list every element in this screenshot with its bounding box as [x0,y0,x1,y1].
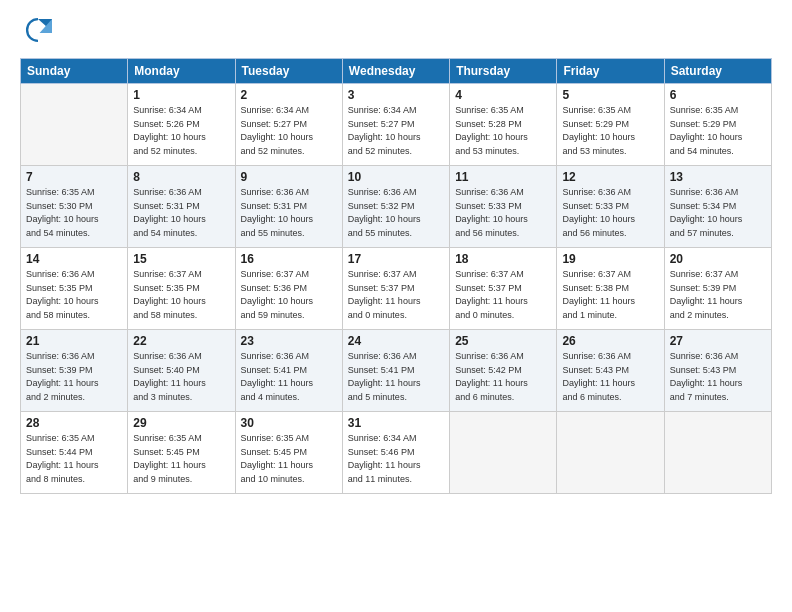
weekday-tuesday: Tuesday [235,59,342,84]
day-number: 20 [670,252,766,266]
day-cell: 2Sunrise: 6:34 AM Sunset: 5:27 PM Daylig… [235,84,342,166]
day-number: 14 [26,252,122,266]
day-info: Sunrise: 6:36 AM Sunset: 5:31 PM Dayligh… [133,186,229,240]
day-cell: 8Sunrise: 6:36 AM Sunset: 5:31 PM Daylig… [128,166,235,248]
day-cell: 4Sunrise: 6:35 AM Sunset: 5:28 PM Daylig… [450,84,557,166]
day-cell: 31Sunrise: 6:34 AM Sunset: 5:46 PM Dayli… [342,412,449,494]
day-info: Sunrise: 6:35 AM Sunset: 5:45 PM Dayligh… [241,432,337,486]
day-cell: 7Sunrise: 6:35 AM Sunset: 5:30 PM Daylig… [21,166,128,248]
day-cell: 21Sunrise: 6:36 AM Sunset: 5:39 PM Dayli… [21,330,128,412]
week-row-5: 28Sunrise: 6:35 AM Sunset: 5:44 PM Dayli… [21,412,772,494]
day-number: 5 [562,88,658,102]
day-cell: 5Sunrise: 6:35 AM Sunset: 5:29 PM Daylig… [557,84,664,166]
day-info: Sunrise: 6:37 AM Sunset: 5:38 PM Dayligh… [562,268,658,322]
day-info: Sunrise: 6:37 AM Sunset: 5:37 PM Dayligh… [348,268,444,322]
day-info: Sunrise: 6:37 AM Sunset: 5:37 PM Dayligh… [455,268,551,322]
day-info: Sunrise: 6:36 AM Sunset: 5:43 PM Dayligh… [670,350,766,404]
day-info: Sunrise: 6:36 AM Sunset: 5:43 PM Dayligh… [562,350,658,404]
weekday-saturday: Saturday [664,59,771,84]
day-cell: 13Sunrise: 6:36 AM Sunset: 5:34 PM Dayli… [664,166,771,248]
week-row-2: 7Sunrise: 6:35 AM Sunset: 5:30 PM Daylig… [21,166,772,248]
day-number: 29 [133,416,229,430]
weekday-header-row: SundayMondayTuesdayWednesdayThursdayFrid… [21,59,772,84]
day-cell: 22Sunrise: 6:36 AM Sunset: 5:40 PM Dayli… [128,330,235,412]
weekday-thursday: Thursday [450,59,557,84]
day-number: 7 [26,170,122,184]
calendar-table: SundayMondayTuesdayWednesdayThursdayFrid… [20,58,772,494]
day-number: 15 [133,252,229,266]
day-cell: 25Sunrise: 6:36 AM Sunset: 5:42 PM Dayli… [450,330,557,412]
day-info: Sunrise: 6:34 AM Sunset: 5:26 PM Dayligh… [133,104,229,158]
page: SundayMondayTuesdayWednesdayThursdayFrid… [0,0,792,612]
day-number: 11 [455,170,551,184]
day-info: Sunrise: 6:36 AM Sunset: 5:33 PM Dayligh… [562,186,658,240]
day-cell: 19Sunrise: 6:37 AM Sunset: 5:38 PM Dayli… [557,248,664,330]
day-number: 26 [562,334,658,348]
weekday-sunday: Sunday [21,59,128,84]
day-number: 19 [562,252,658,266]
day-cell: 14Sunrise: 6:36 AM Sunset: 5:35 PM Dayli… [21,248,128,330]
day-cell: 6Sunrise: 6:35 AM Sunset: 5:29 PM Daylig… [664,84,771,166]
day-cell [557,412,664,494]
day-number: 16 [241,252,337,266]
day-info: Sunrise: 6:34 AM Sunset: 5:27 PM Dayligh… [348,104,444,158]
day-info: Sunrise: 6:35 AM Sunset: 5:30 PM Dayligh… [26,186,122,240]
day-cell: 12Sunrise: 6:36 AM Sunset: 5:33 PM Dayli… [557,166,664,248]
day-cell: 29Sunrise: 6:35 AM Sunset: 5:45 PM Dayli… [128,412,235,494]
day-info: Sunrise: 6:36 AM Sunset: 5:40 PM Dayligh… [133,350,229,404]
day-cell: 11Sunrise: 6:36 AM Sunset: 5:33 PM Dayli… [450,166,557,248]
day-number: 24 [348,334,444,348]
day-info: Sunrise: 6:35 AM Sunset: 5:45 PM Dayligh… [133,432,229,486]
day-info: Sunrise: 6:34 AM Sunset: 5:46 PM Dayligh… [348,432,444,486]
logo-icon [24,16,52,44]
day-cell: 18Sunrise: 6:37 AM Sunset: 5:37 PM Dayli… [450,248,557,330]
day-cell: 24Sunrise: 6:36 AM Sunset: 5:41 PM Dayli… [342,330,449,412]
weekday-wednesday: Wednesday [342,59,449,84]
day-number: 12 [562,170,658,184]
day-number: 31 [348,416,444,430]
day-info: Sunrise: 6:36 AM Sunset: 5:41 PM Dayligh… [348,350,444,404]
week-row-4: 21Sunrise: 6:36 AM Sunset: 5:39 PM Dayli… [21,330,772,412]
day-number: 28 [26,416,122,430]
day-cell [450,412,557,494]
day-cell: 1Sunrise: 6:34 AM Sunset: 5:26 PM Daylig… [128,84,235,166]
day-info: Sunrise: 6:35 AM Sunset: 5:29 PM Dayligh… [670,104,766,158]
day-number: 10 [348,170,444,184]
day-cell: 30Sunrise: 6:35 AM Sunset: 5:45 PM Dayli… [235,412,342,494]
day-number: 27 [670,334,766,348]
day-info: Sunrise: 6:35 AM Sunset: 5:44 PM Dayligh… [26,432,122,486]
weekday-monday: Monday [128,59,235,84]
day-cell: 20Sunrise: 6:37 AM Sunset: 5:39 PM Dayli… [664,248,771,330]
day-info: Sunrise: 6:36 AM Sunset: 5:39 PM Dayligh… [26,350,122,404]
day-number: 21 [26,334,122,348]
weekday-friday: Friday [557,59,664,84]
day-number: 1 [133,88,229,102]
day-number: 3 [348,88,444,102]
day-cell: 9Sunrise: 6:36 AM Sunset: 5:31 PM Daylig… [235,166,342,248]
day-info: Sunrise: 6:37 AM Sunset: 5:35 PM Dayligh… [133,268,229,322]
day-info: Sunrise: 6:34 AM Sunset: 5:27 PM Dayligh… [241,104,337,158]
day-number: 9 [241,170,337,184]
day-number: 17 [348,252,444,266]
day-cell: 3Sunrise: 6:34 AM Sunset: 5:27 PM Daylig… [342,84,449,166]
week-row-3: 14Sunrise: 6:36 AM Sunset: 5:35 PM Dayli… [21,248,772,330]
day-info: Sunrise: 6:36 AM Sunset: 5:31 PM Dayligh… [241,186,337,240]
day-cell: 17Sunrise: 6:37 AM Sunset: 5:37 PM Dayli… [342,248,449,330]
day-number: 23 [241,334,337,348]
day-number: 13 [670,170,766,184]
day-number: 18 [455,252,551,266]
day-cell: 27Sunrise: 6:36 AM Sunset: 5:43 PM Dayli… [664,330,771,412]
day-cell: 15Sunrise: 6:37 AM Sunset: 5:35 PM Dayli… [128,248,235,330]
day-cell: 10Sunrise: 6:36 AM Sunset: 5:32 PM Dayli… [342,166,449,248]
day-cell: 28Sunrise: 6:35 AM Sunset: 5:44 PM Dayli… [21,412,128,494]
day-cell: 16Sunrise: 6:37 AM Sunset: 5:36 PM Dayli… [235,248,342,330]
day-number: 22 [133,334,229,348]
header [20,16,772,48]
day-info: Sunrise: 6:36 AM Sunset: 5:34 PM Dayligh… [670,186,766,240]
day-info: Sunrise: 6:36 AM Sunset: 5:33 PM Dayligh… [455,186,551,240]
day-number: 6 [670,88,766,102]
day-info: Sunrise: 6:36 AM Sunset: 5:41 PM Dayligh… [241,350,337,404]
day-number: 25 [455,334,551,348]
day-cell [21,84,128,166]
day-cell [664,412,771,494]
